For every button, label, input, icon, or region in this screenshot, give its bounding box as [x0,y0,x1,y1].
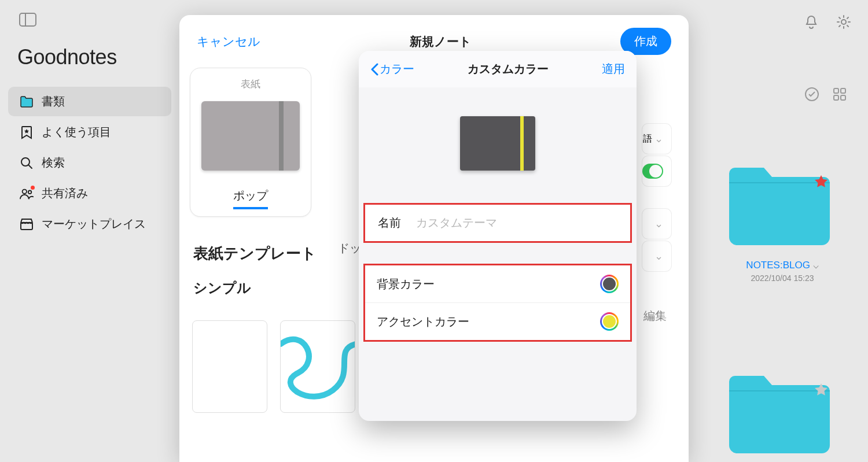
svg-rect-9 [834,88,838,93]
folder-date: 2022/10/04 15:23 [724,273,840,283]
cancel-button[interactable]: キャンセル [197,34,260,50]
name-input[interactable]: カスタムテーマ [416,215,617,231]
people-icon [20,187,34,201]
modal-title: 新規ノート [410,34,472,50]
svg-rect-11 [834,95,838,100]
sidebar: Goodnotes 書類 よく使う項目 検索 共有済み マーケットプレイス [0,0,179,462]
cover-tab-card[interactable]: 表紙 ポップ [190,68,311,217]
settings-row-chevron[interactable]: ⌄ [642,209,671,239]
top-right-actions [803,14,852,30]
chevron-down-icon: ⌄ [654,132,663,145]
sidebar-item-search[interactable]: 検索 [8,148,171,178]
settings-row-toggle[interactable] [642,156,671,186]
back-button[interactable]: カラー [370,61,414,77]
shop-icon [20,217,34,231]
sidebar-item-documents[interactable]: 書類 [8,87,171,116]
accent-color-row[interactable]: アクセントカラー [365,302,630,340]
background-color-label: 背景カラー [377,276,435,292]
sidebar-item-label: 検索 [42,155,65,171]
custom-color-popover: カラー カスタムカラー 適用 名前 カスタムテーマ 背景カラー アクセントカラー [359,51,637,421]
sidebar-item-marketplace[interactable]: マーケットプレイス [8,209,171,239]
bookmark-star-icon [20,125,34,139]
popover-header: カラー カスタムカラー 適用 [359,51,637,87]
chevron-left-icon [370,63,378,76]
gear-icon[interactable] [836,14,852,30]
tab-cover-label: 表紙 [196,77,305,91]
svg-rect-10 [841,88,845,93]
notification-dot [31,186,35,190]
svg-rect-12 [841,95,845,100]
chevron-down-icon: ⌄ [654,250,663,263]
folder-notes-blog[interactable]: NOTES:BLOG ⌵ 2022/10/04 15:23 [724,156,840,283]
settings-row-chevron-2[interactable]: ⌄ [642,241,671,271]
mini-cover-preview [460,116,535,171]
template-thumb-1[interactable] [192,320,267,413]
cover-preview [201,101,300,176]
folder-large-icon [724,364,834,457]
squiggle-decoration [280,327,355,413]
popover-title: カスタムカラー [468,61,549,77]
svg-point-5 [28,190,32,194]
sidebar-item-label: よく使う項目 [42,124,111,140]
color-picker-icon[interactable] [600,312,619,331]
svg-line-3 [28,165,32,168]
sidebar-item-favorites[interactable]: よく使う項目 [8,117,171,147]
theme-name-row[interactable]: 名前 カスタムテーマ [363,203,632,243]
svg-point-4 [23,189,27,193]
edit-button[interactable]: 編集 [643,308,667,324]
folder-second[interactable] [724,364,840,457]
folder-name: NOTES:BLOG ⌵ [724,259,840,271]
grid-icon[interactable] [832,87,847,102]
apply-button[interactable]: 適用 [602,61,625,77]
folder-large-icon [724,156,834,249]
background-color-row[interactable]: 背景カラー [365,265,630,302]
color-settings-group: 背景カラー アクセントカラー [363,264,632,342]
template-thumb-2[interactable] [280,320,355,413]
bell-icon[interactable] [803,14,819,30]
search-icon [20,156,34,170]
settings-row-language[interactable]: 語 ⌄ [642,124,671,154]
color-preview-area [359,87,637,203]
chevron-down-icon: ⌄ [654,217,663,230]
check-circle-icon[interactable] [804,87,819,102]
folder-icon [20,95,34,109]
name-label: 名前 [378,215,401,231]
tab-pop[interactable]: ポップ [233,188,268,209]
color-picker-icon[interactable] [600,275,619,293]
svg-point-7 [841,20,846,24]
app-title: Goodnotes [17,45,179,69]
sidebar-item-label: 共有済み [42,186,88,201]
svg-rect-0 [20,13,36,26]
toggle-switch[interactable] [642,164,663,179]
sidebar-item-shared[interactable]: 共有済み [8,179,171,208]
accent-color-label: アクセントカラー [377,314,469,330]
sidebar-item-label: 書類 [42,94,65,109]
sidebar-item-label: マーケットプレイス [42,216,146,232]
tab-dot-partial[interactable]: ドッ [338,241,361,256]
sidebar-toggle-icon[interactable] [17,12,38,28]
view-controls [804,87,847,102]
